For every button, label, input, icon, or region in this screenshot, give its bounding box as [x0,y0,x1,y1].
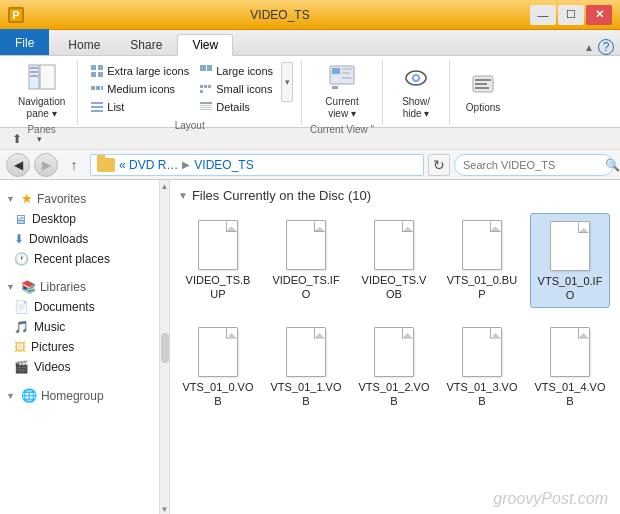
svg-rect-23 [200,107,212,108]
file-area: ▼ Files Currently on the Disc (10) VIDEO… [170,180,620,514]
file-item[interactable]: VTS_01_4.VOB [530,320,610,413]
current-view-button[interactable]: Currentview ▾ [317,60,367,122]
file-item[interactable]: VIDEO_TS.BUP [178,213,258,308]
tab-view[interactable]: View [177,34,233,56]
details-button[interactable]: Details [195,98,277,116]
svg-rect-9 [91,86,95,90]
extra-large-icons-button[interactable]: Extra large icons [86,62,193,80]
current-view-group-label: Current View " [310,124,374,135]
sidebar-scroll-thumb[interactable] [161,333,169,363]
options-button[interactable]: Options [458,66,508,115]
forward-button[interactable]: ▶ [34,153,58,177]
svg-rect-21 [200,102,212,104]
file-item[interactable]: VTS_01_2.VOB [354,320,434,413]
sidebar-item-documents[interactable]: 📄 Documents [0,297,159,317]
small-icons-icon [199,82,213,96]
tab-home[interactable]: Home [53,33,115,55]
list-button[interactable]: List [86,98,193,116]
svg-rect-4 [30,75,38,77]
file-icon [546,324,594,380]
address-dvd-part: « DVD R… [119,158,178,172]
up-directory-button[interactable]: ↑ [62,153,86,177]
svg-rect-20 [200,90,203,93]
libraries-header[interactable]: ▼ 📚 Libraries [0,277,159,297]
file-item[interactable]: VIDEO_TS.VOB [354,213,434,308]
search-box[interactable]: 🔍 [454,154,614,176]
layout-expand-arrow[interactable]: ▾ [281,62,293,102]
ribbon-help-icon[interactable]: ? [598,39,614,55]
sidebar-music-label: Music [34,320,65,334]
file-icon [546,218,594,274]
sidebar-scroll-down[interactable]: ▼ [161,505,169,514]
ribbon-group-options: Options [450,60,516,125]
file-icon [282,324,330,380]
recent-icon: 🕐 [14,252,29,266]
main-area: ▼ ★ Favorites 🖥 Desktop ⬇ Downloads 🕐 Re… [0,180,620,514]
sidebar-item-desktop[interactable]: 🖥 Desktop [0,209,159,229]
file-name: VTS_01_0.IFO [535,274,605,303]
search-icon[interactable]: 🔍 [605,158,620,172]
sidebar-item-recent[interactable]: 🕐 Recent places [0,249,159,269]
refresh-button[interactable]: ↻ [428,154,450,176]
sidebar-scroll-up[interactable]: ▲ [161,182,169,191]
svg-rect-36 [475,83,487,85]
svg-rect-10 [96,86,100,90]
homegroup-section: ▼ 🌐 Homegroup [0,383,159,408]
window-controls: — ☐ ✕ [530,5,612,25]
current-view-icon [326,62,358,94]
list-label: List [107,101,124,113]
back-button[interactable]: ◀ [6,153,30,177]
sidebar: ▼ ★ Favorites 🖥 Desktop ⬇ Downloads 🕐 Re… [0,180,160,514]
file-name: VIDEO_TS.BUP [182,273,254,302]
nav-pane-button[interactable]: Navigationpane ▾ [14,60,69,122]
sidebar-item-videos[interactable]: 🎬 Videos [0,357,159,377]
homegroup-header[interactable]: ▼ 🌐 Homegroup [0,385,159,406]
show-hide-button[interactable]: Show/hide ▾ [391,60,441,122]
close-button[interactable]: ✕ [586,5,612,25]
favorites-header[interactable]: ▼ ★ Favorites [0,188,159,209]
file-item[interactable]: VTS_01_1.VOB [266,320,346,413]
file-item[interactable]: VTS_01_0.VOB [178,320,258,413]
svg-rect-7 [91,72,96,77]
small-icons-button[interactable]: Small icons [195,80,277,98]
svg-rect-28 [342,72,350,74]
large-icons-button[interactable]: Large icons [195,62,277,80]
sidebar-videos-label: Videos [34,360,70,374]
svg-rect-5 [91,65,96,70]
minimize-button[interactable]: — [530,5,556,25]
svg-rect-18 [204,85,207,88]
sidebar-item-pictures[interactable]: 🖼 Pictures [0,337,159,357]
file-icon [370,324,418,380]
app-icon: P [8,7,24,23]
favorites-star-icon: ★ [21,191,33,206]
svg-rect-11 [101,86,103,90]
svg-rect-24 [200,109,212,110]
quick-access-up-btn[interactable]: ⬆ [8,130,26,148]
tab-file[interactable]: File [0,29,49,55]
search-input[interactable] [463,159,601,171]
tab-share[interactable]: Share [115,33,177,55]
svg-rect-12 [91,102,103,104]
sidebar-item-music[interactable]: 🎵 Music [0,317,159,337]
ribbon-up-icon[interactable]: ▲ [584,42,594,53]
file-area-title: ▼ Files Currently on the Disc (10) [178,188,612,203]
file-item[interactable]: VTS_01_0.IFO [530,213,610,308]
svg-point-33 [414,76,418,80]
address-path[interactable]: « DVD R… ▶ VIDEO_TS [90,154,424,176]
ribbon-tabs: File Home Share View ▲ ? [0,30,620,56]
quick-access-dropdown-btn[interactable]: ▾ [30,130,48,148]
sidebar-item-downloads[interactable]: ⬇ Downloads [0,229,159,249]
medium-icons-button[interactable]: Medium icons [86,80,193,98]
sidebar-scrollbar[interactable]: ▲ ▼ [160,180,170,514]
svg-rect-17 [200,85,203,88]
file-item[interactable]: VTS_01_0.BUP [442,213,522,308]
svg-rect-35 [475,79,491,81]
svg-rect-15 [200,65,206,71]
layout-group-label: Layout [175,120,205,131]
homegroup-icon: 🌐 [21,388,37,403]
svg-rect-6 [98,65,103,70]
file-name: VTS_01_3.VOB [446,380,518,409]
maximize-button[interactable]: ☐ [558,5,584,25]
file-item[interactable]: VTS_01_3.VOB [442,320,522,413]
file-item[interactable]: VIDEO_TS.IFO [266,213,346,308]
